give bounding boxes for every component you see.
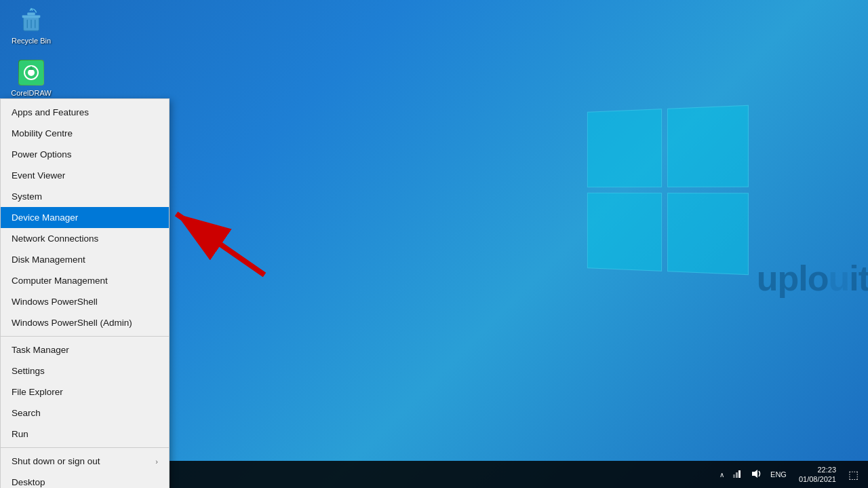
svg-rect-14 (738, 470, 741, 478)
tray-language[interactable]: ENG (768, 470, 789, 478)
red-arrow-annotation (156, 193, 278, 282)
menu-item-shut-down[interactable]: Shut down or sign out › (1, 451, 169, 472)
svg-rect-12 (733, 474, 735, 478)
svg-marker-15 (752, 470, 757, 478)
tray-overflow-icon[interactable]: ∧ (718, 471, 726, 478)
recycle-bin-label: Recycle Bin (12, 37, 51, 45)
menu-item-desktop[interactable]: Desktop (1, 472, 169, 488)
tray-time: 22:23 (799, 465, 836, 474)
svg-point-8 (28, 69, 35, 76)
menu-item-disk-management[interactable]: Disk Management (1, 249, 169, 270)
context-menu: Apps and Features Mobility Centre Power … (0, 98, 170, 488)
desktop-icons: Recycle Bin CorelDRAWX7 (64-Bit) (7, 7, 56, 107)
svg-rect-1 (22, 15, 41, 18)
menu-item-windows-powershell-admin[interactable]: Windows PowerShell (Admin) (1, 312, 169, 333)
menu-item-search[interactable]: Search (1, 402, 169, 424)
menu-item-device-manager[interactable]: Device Manager (1, 207, 169, 228)
menu-item-windows-powershell[interactable]: Windows PowerShell (1, 291, 169, 312)
menu-item-file-explorer[interactable]: File Explorer (1, 381, 169, 402)
menu-item-settings[interactable]: Settings (1, 360, 169, 381)
menu-item-computer-management[interactable]: Computer Management (1, 270, 169, 291)
menu-item-system[interactable]: System (1, 186, 169, 207)
shut-down-arrow-icon: › (155, 457, 158, 466)
menu-item-network-connections[interactable]: Network Connections (1, 228, 169, 249)
tray-clock[interactable]: 22:23 01/08/2021 (793, 465, 842, 485)
desktop: uplouity Recycle Bin (0, 0, 868, 488)
svg-line-11 (176, 214, 264, 275)
recycle-bin-icon[interactable]: Recycle Bin (7, 7, 56, 45)
recycle-bin-svg (18, 7, 44, 33)
menu-divider-2 (1, 447, 169, 448)
speaker-icon[interactable] (749, 468, 764, 482)
menu-item-mobility-centre[interactable]: Mobility Centre (1, 123, 169, 144)
menu-item-task-manager[interactable]: Task Manager (1, 339, 169, 360)
tray-date: 01/08/2021 (799, 474, 836, 484)
svg-rect-2 (27, 13, 35, 16)
notification-center-icon[interactable]: ⬚ (846, 468, 861, 481)
system-tray: ∧ ENG 22:23 01/08/2021 (718, 461, 868, 488)
uplocity-watermark: uplouity (757, 258, 868, 299)
menu-divider-1 (1, 336, 169, 337)
svg-rect-13 (736, 472, 738, 478)
menu-item-run[interactable]: Run (1, 424, 169, 445)
menu-item-power-options[interactable]: Power Options (1, 144, 169, 165)
menu-item-apps-features[interactable]: Apps and Features (1, 102, 169, 123)
menu-item-event-viewer[interactable]: Event Viewer (1, 165, 169, 186)
coreldraw-img (18, 60, 44, 86)
network-icon[interactable] (730, 468, 745, 482)
